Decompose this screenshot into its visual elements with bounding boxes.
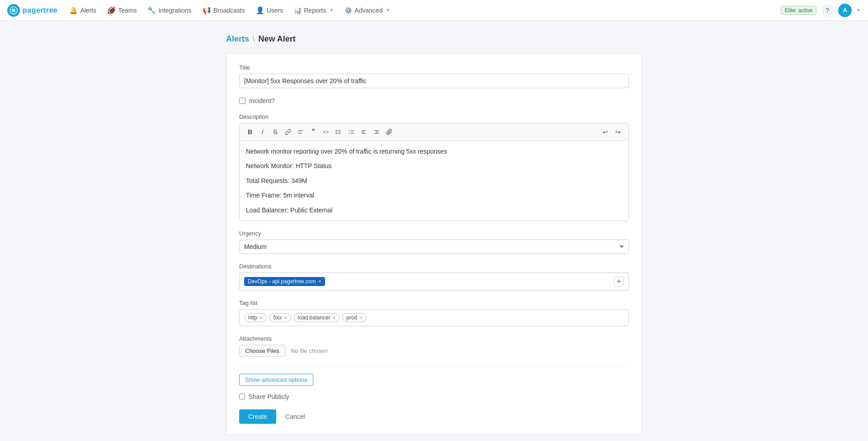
teams-icon: 🏈 (107, 6, 116, 14)
show-advanced-button[interactable]: Show advanced options (239, 374, 313, 386)
elite-badge: Elite: active (781, 6, 816, 15)
breadcrumb-current: New Alert (258, 34, 295, 44)
toolbar-indent-button[interactable] (358, 126, 370, 138)
svg-point-1 (12, 9, 15, 12)
svg-text:3: 3 (349, 132, 350, 135)
integrations-icon: 🔧 (147, 6, 156, 14)
tag-list-label: Tag list (239, 300, 629, 306)
toolbar-ordered-button[interactable]: 123 (345, 126, 357, 138)
avatar-chevron-icon: ▼ (856, 8, 861, 13)
navbar: pagertree 🔔 Alerts 🏈 Teams 🔧 Integration… (0, 0, 868, 21)
description-group: Description B I S " <> (239, 113, 629, 221)
attachments-label: Attachments (239, 335, 629, 342)
description-content[interactable]: Network monitor reporting over 20% of tr… (240, 141, 628, 220)
toolbar-bold-button[interactable]: B (244, 126, 256, 138)
share-publicly-checkbox[interactable] (239, 394, 245, 399)
incident-row: Incident? (239, 97, 629, 104)
nav-integrations[interactable]: 🔧 Integrations (143, 5, 196, 16)
no-file-label: No file chosen (291, 347, 328, 354)
attachments-row: Choose Files No file chosen (239, 345, 629, 357)
incident-label: Incident? (249, 97, 275, 104)
form-divider (239, 366, 629, 366)
breadcrumb: Alerts \ New Alert (226, 34, 642, 44)
help-button[interactable]: ? (821, 4, 834, 17)
toolbar-attach-button[interactable] (383, 126, 395, 138)
brand-name: pagertree (23, 6, 57, 14)
create-button[interactable]: Create (239, 409, 276, 424)
form-actions: Create Cancel (239, 409, 629, 424)
alerts-icon: 🔔 (69, 6, 78, 14)
tag-remove-1[interactable]: × (284, 315, 287, 320)
destination-tag-0: DevOps - api.pagertree.com × (244, 277, 325, 286)
tag-remove-2[interactable]: × (333, 315, 335, 320)
toolbar-code-button[interactable]: <> (320, 126, 332, 138)
toolbar-quote-button[interactable]: " (307, 126, 319, 138)
main-content: Alerts \ New Alert Title Incident? Descr… (217, 21, 651, 441)
description-editor: B I S " <> 123 (239, 123, 629, 221)
new-alert-form: Title Incident? Description B I S (226, 53, 642, 435)
toolbar-link-button[interactable] (282, 126, 294, 138)
tags-box: http × 5xx × load balancer × prod × (239, 309, 629, 326)
tag-item-2: load balancer × (294, 313, 340, 322)
destinations-add-button[interactable]: + (614, 277, 624, 286)
attachments-group: Attachments Choose Files No file chosen (239, 335, 629, 357)
urgency-group: Urgency Low Medium High Critical (239, 230, 629, 254)
choose-files-button[interactable]: Choose Files (239, 345, 285, 357)
svg-point-10 (336, 133, 336, 134)
destinations-box: DevOps - api.pagertree.com × + (239, 272, 629, 291)
destinations-label: Destinations (239, 263, 629, 270)
brand-logo-icon (7, 4, 20, 17)
cancel-button[interactable]: Cancel (281, 409, 310, 424)
reports-icon: 📊 (294, 7, 302, 14)
toolbar-outdent-button[interactable] (371, 126, 382, 138)
description-label: Description (239, 113, 629, 120)
broadcasts-icon: 📢 (203, 6, 211, 14)
incident-checkbox[interactable] (239, 98, 245, 104)
tag-item-0: http × (244, 313, 266, 322)
nav-broadcasts[interactable]: 📢 Broadcasts (198, 5, 250, 16)
nav-teams[interactable]: 🏈 Teams (103, 5, 141, 16)
toolbar-align-button[interactable] (295, 126, 307, 138)
urgency-select[interactable]: Low Medium High Critical (239, 239, 629, 254)
nav-alerts[interactable]: 🔔 Alerts (65, 5, 101, 16)
svg-point-8 (336, 130, 336, 131)
editor-toolbar: B I S " <> 123 (240, 123, 628, 141)
nav-advanced[interactable]: ⚙️ Advanced ▼ (340, 5, 395, 16)
tag-remove-0[interactable]: × (259, 315, 262, 320)
title-input[interactable] (239, 74, 629, 88)
title-group: Title (239, 64, 629, 88)
toolbar-undo-button[interactable]: ↩ (599, 126, 611, 138)
user-avatar[interactable]: A (838, 4, 852, 17)
svg-point-9 (336, 131, 336, 132)
share-publicly-label: Share Publicly (249, 393, 289, 400)
urgency-label: Urgency (239, 230, 629, 237)
tag-list-group: Tag list http × 5xx × load balancer × pr… (239, 300, 629, 326)
toolbar-bullet-button[interactable] (333, 126, 344, 138)
destination-remove-button-0[interactable]: × (318, 278, 321, 285)
users-icon: 👤 (256, 6, 264, 14)
reports-chevron-icon: ▼ (329, 8, 334, 13)
breadcrumb-alerts-link[interactable]: Alerts (226, 34, 249, 44)
toolbar-strikethrough-button[interactable]: S (269, 126, 281, 138)
tag-item-1: 5xx × (269, 313, 291, 322)
tag-remove-3[interactable]: × (359, 315, 362, 320)
tag-item-3: prod × (342, 313, 366, 322)
toolbar-italic-button[interactable]: I (257, 126, 269, 138)
destinations-group: Destinations DevOps - api.pagertree.com … (239, 263, 629, 291)
breadcrumb-separator: \ (253, 35, 255, 43)
toolbar-redo-button[interactable]: ↪ (612, 126, 624, 138)
brand-logo[interactable]: pagertree (7, 4, 57, 17)
share-publicly-row: Share Publicly (239, 393, 629, 400)
nav-users[interactable]: 👤 Users (251, 5, 288, 16)
title-label: Title (239, 64, 629, 71)
advanced-chevron-icon: ▼ (386, 8, 390, 13)
advanced-icon: ⚙️ (344, 7, 352, 14)
nav-reports[interactable]: 📊 Reports ▼ (289, 5, 338, 16)
